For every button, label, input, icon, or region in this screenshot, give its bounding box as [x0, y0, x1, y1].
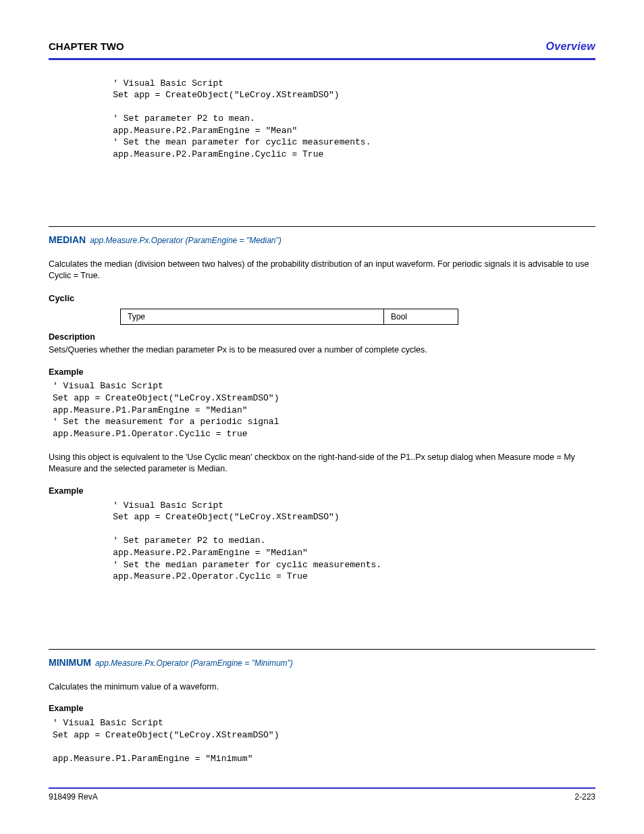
code-block-mean-example: ' Visual Basic Script Set app = CreateOb… [92, 78, 595, 161]
page-header: CHAPTER TWO Overview [49, 39, 595, 54]
attr-label-type: Type [121, 309, 384, 324]
median-post-text: Using this object is equivalent to the '… [49, 452, 595, 475]
section-title: MINIMUM [49, 657, 91, 668]
code-block-median-example2: ' Visual Basic Script Set app = CreateOb… [92, 500, 595, 583]
section-title: MEDIAN [49, 234, 86, 245]
minimum-intro: Calculates the minimum value of a wavefo… [49, 681, 595, 693]
section-heading-minimum: MINIMUM app.Measure.Px.Operator (ParamEn… [49, 656, 595, 669]
footer-docnumber: 918499 RevA [49, 791, 98, 802]
page-footer: 918499 RevA 2-223 [49, 791, 595, 802]
section-rule [49, 649, 595, 650]
section-path: app.Measure.Px.Operator (ParamEngine = "… [95, 658, 293, 668]
section-path: app.Measure.Px.Operator (ParamEngine = "… [90, 236, 281, 245]
code-block-median-example1: ' Visual Basic Script Set app = CreateOb… [53, 380, 595, 440]
median-description: Sets/Queries whether the median paramete… [49, 344, 595, 356]
footer-rule [49, 787, 595, 789]
property-type-table: Type Bool [120, 309, 458, 325]
example-label: Example [49, 367, 595, 378]
section-heading-median: MEDIAN app.Measure.Px.Operator (ParamEng… [49, 234, 595, 246]
example-label-2: Example [49, 486, 595, 497]
header-section-title: Overview [545, 39, 595, 54]
median-intro: Calculates the median (division between … [49, 259, 595, 282]
chapter-label: CHAPTER TWO [49, 40, 124, 53]
footer-pagenumber: 2-223 [574, 791, 595, 802]
property-name-cyclic: Cyclic [49, 292, 595, 305]
attr-value-type: Bool [384, 309, 458, 324]
section-rule [49, 226, 595, 227]
example-label-min: Example [49, 703, 595, 714]
description-label: Description [49, 332, 595, 343]
header-rule [49, 58, 595, 60]
code-block-minimum-example: ' Visual Basic Script Set app = CreateOb… [53, 717, 595, 764]
